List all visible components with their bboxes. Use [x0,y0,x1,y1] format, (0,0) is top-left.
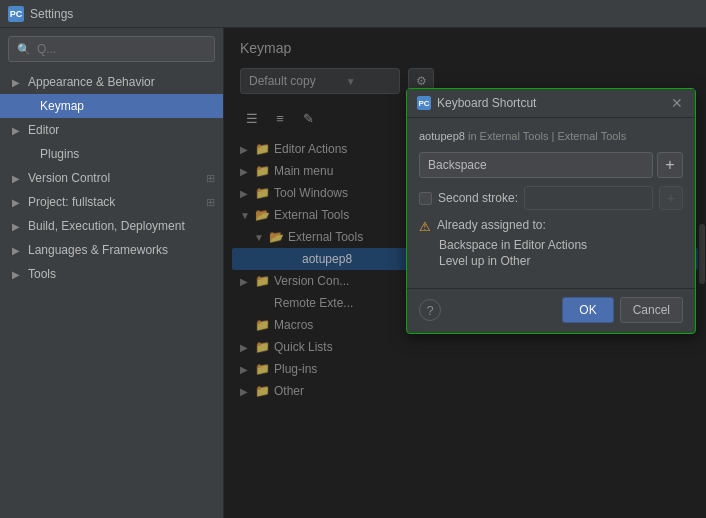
nav-arrow: ▶ [12,269,24,280]
dialog-app-icon: PC [417,96,431,110]
sidebar-item-languages[interactable]: ▶ Languages & Frameworks [0,238,223,262]
shortcut-row: Backspace + [419,152,683,178]
dialog-title-bar: PC Keyboard Shortcut ✕ [407,89,695,118]
second-stroke-add-button[interactable]: + [659,186,683,210]
nav-arrow: ▶ [12,125,24,136]
nav-arrow: ▶ [12,173,24,184]
keyboard-shortcut-dialog: PC Keyboard Shortcut ✕ aotupep8 in Exter… [406,88,696,334]
search-icon: 🔍 [17,43,31,56]
nav-arrow: ▶ [12,77,24,88]
sidebar: 🔍 ▶ Appearance & Behavior Keymap ▶ Edito… [0,28,224,518]
nav-arrow [24,149,36,160]
shortcut-field[interactable]: Backspace [419,152,653,178]
second-stroke-field[interactable] [524,186,653,210]
help-icon: ? [426,303,433,318]
sidebar-item-keymap[interactable]: Keymap [0,94,223,118]
sidebar-item-project[interactable]: ▶ Project: fullstack ⊞ [0,190,223,214]
sidebar-item-label: Version Control [28,171,110,185]
sidebar-item-label: Editor [28,123,59,137]
cancel-button[interactable]: Cancel [620,297,683,323]
conflict-item-1: Level up in Other [419,254,683,268]
sidebar-item-label: Plugins [40,147,79,161]
vcs-badge: ⊞ [206,172,215,185]
shortcut-action-name: aotupep8 [419,130,465,142]
warning-header-row: ⚠ Already assigned to: [419,218,683,234]
sidebar-item-tools[interactable]: ▶ Tools [0,262,223,286]
main-layout: 🔍 ▶ Appearance & Behavior Keymap ▶ Edito… [0,28,706,518]
nav-arrow: ▶ [12,245,24,256]
dialog-close-button[interactable]: ✕ [669,95,685,111]
sidebar-item-label: Appearance & Behavior [28,75,155,89]
shortcut-value: Backspace [428,158,487,172]
warning-header-text: Already assigned to: [437,218,546,232]
dialog-subtitle: aotupep8 in External Tools | External To… [419,130,683,142]
second-stroke-checkbox[interactable] [419,192,432,205]
sidebar-item-label: Keymap [40,99,84,113]
sidebar-item-appearance[interactable]: ▶ Appearance & Behavior [0,70,223,94]
shortcut-add-button[interactable]: + [657,152,683,178]
sidebar-item-editor[interactable]: ▶ Editor [0,118,223,142]
dialog-overlay: PC Keyboard Shortcut ✕ aotupep8 in Exter… [224,28,706,518]
nav-arrow: ▶ [12,197,24,208]
nav-arrow: ▶ [12,221,24,232]
app-icon: PC [8,6,24,22]
conflict-item-0: Backspace in Editor Actions [419,238,683,252]
sidebar-item-label: Tools [28,267,56,281]
dialog-body: aotupep8 in External Tools | External To… [407,118,695,288]
sidebar-item-label: Project: fullstack [28,195,115,209]
sidebar-nav: ▶ Appearance & Behavior Keymap ▶ Editor … [0,70,223,518]
content-area: Keymap Default copy ▼ ⚙ ☰ ≡ ✎ ▶ [224,28,706,518]
search-box[interactable]: 🔍 [8,36,215,62]
dialog-footer: ? OK Cancel [407,288,695,333]
warning-icon: ⚠ [419,219,431,234]
sidebar-item-vcs[interactable]: ▶ Version Control ⊞ [0,166,223,190]
sidebar-item-label: Build, Execution, Deployment [28,219,185,233]
sidebar-item-build[interactable]: ▶ Build, Execution, Deployment [0,214,223,238]
nav-arrow [24,101,36,112]
ok-button[interactable]: OK [562,297,613,323]
project-badge: ⊞ [206,196,215,209]
search-input[interactable] [37,42,206,56]
warning-section: ⚠ Already assigned to: Backspace in Edit… [419,218,683,268]
shortcut-action-context: in External Tools | External Tools [465,130,626,142]
sidebar-item-label: Languages & Frameworks [28,243,168,257]
help-button[interactable]: ? [419,299,441,321]
second-stroke-row: Second stroke: + [419,186,683,210]
sidebar-item-plugins[interactable]: Plugins [0,142,223,166]
dialog-title: Keyboard Shortcut [437,96,663,110]
title-bar: PC Settings [0,0,706,28]
window-title: Settings [30,7,73,21]
second-stroke-label: Second stroke: [438,191,518,205]
